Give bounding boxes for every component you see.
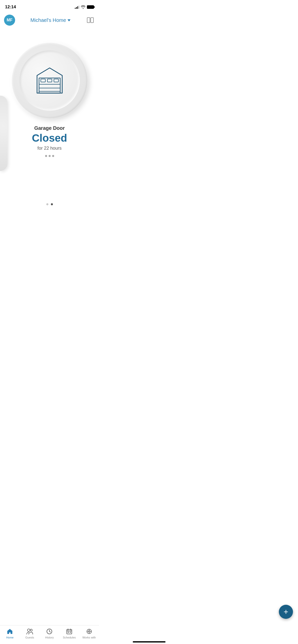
main-content: Garage Door Closed for 22 hours [0, 28, 99, 214]
avatar[interactable]: MF [4, 15, 15, 26]
panels-button[interactable] [86, 16, 95, 25]
svg-rect-5 [54, 79, 58, 82]
home-selector[interactable]: Michael's Home [30, 17, 71, 23]
prev-card-peek [0, 96, 8, 171]
battery-icon [87, 5, 94, 9]
svg-rect-1 [91, 18, 93, 23]
page-dot-2[interactable] [51, 203, 53, 205]
device-duration: for 22 hours [37, 146, 61, 151]
page-dot-1[interactable] [46, 203, 48, 205]
device-name: Garage Door [34, 125, 65, 131]
page-indicators [46, 198, 53, 209]
svg-rect-3 [41, 79, 45, 82]
dropdown-arrow-icon [68, 19, 71, 21]
svg-rect-0 [87, 18, 90, 23]
garage-circle-inner [19, 50, 80, 111]
more-options-dots[interactable] [45, 155, 54, 157]
device-status: Closed [32, 132, 67, 144]
status-icons [75, 5, 94, 9]
svg-rect-4 [47, 79, 52, 82]
home-title: Michael's Home [30, 17, 66, 23]
garage-door-icon [32, 65, 67, 96]
wifi-icon [81, 5, 85, 9]
status-time: 12:14 [5, 5, 16, 10]
svg-rect-2 [39, 78, 60, 93]
garage-circle-outer[interactable] [12, 43, 87, 118]
signal-bars-icon [75, 5, 79, 9]
app-wrapper: 12:14 MF Michael's Home [0, 0, 99, 214]
status-bar: 12:14 [0, 0, 99, 13]
panels-icon [87, 17, 94, 23]
header: MF Michael's Home [0, 13, 99, 28]
garage-door-card[interactable]: Garage Door Closed for 22 hours [4, 43, 95, 157]
